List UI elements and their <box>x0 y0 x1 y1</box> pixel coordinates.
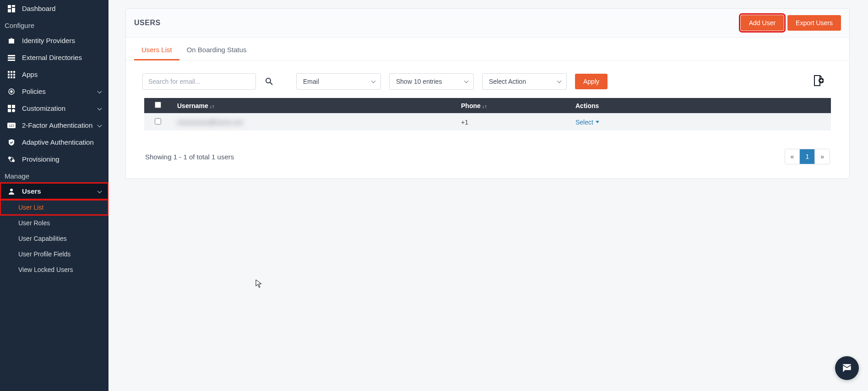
svg-rect-5 <box>8 57 15 59</box>
row-checkbox[interactable] <box>155 118 161 125</box>
col-phone-label: Phone <box>461 102 481 109</box>
sidebar-item-label: Policies <box>22 87 46 95</box>
cell-username: xxxxxxxxxx@xxxxx.xxx <box>177 119 243 126</box>
sidebar-item-label: Adaptive Authentication <box>22 138 94 146</box>
svg-rect-11 <box>11 74 12 76</box>
add-user-button[interactable]: Add User <box>741 15 784 31</box>
sidebar-item-label: Apps <box>22 71 38 78</box>
sort-icon: ↓↑ <box>482 103 487 109</box>
select-field-label: Email <box>303 78 319 85</box>
briefcase-icon <box>6 37 16 44</box>
col-username[interactable]: Username↓↑ <box>172 98 456 114</box>
tab-onboarding-status[interactable]: On Boarding Status <box>179 38 254 60</box>
chat-fab[interactable] <box>835 356 859 380</box>
sidebar-item-label: External Directories <box>22 54 82 61</box>
page-next[interactable]: » <box>815 149 830 164</box>
sidebar-item-identity-providers[interactable]: Identity Providers <box>0 32 108 49</box>
svg-point-26 <box>10 189 13 191</box>
col-checkbox <box>144 98 172 114</box>
header-actions: Add User Export Users <box>741 15 841 31</box>
svg-rect-9 <box>13 71 15 73</box>
select-entries-label: Show 10 entries <box>396 78 442 85</box>
cursor-icon <box>255 279 262 288</box>
svg-rect-14 <box>11 76 12 78</box>
sort-icon: ↓↑ <box>210 103 215 109</box>
svg-rect-15 <box>13 76 15 78</box>
svg-rect-0 <box>8 5 11 8</box>
svg-point-21 <box>12 109 15 112</box>
page-title: USERS <box>134 19 161 27</box>
mail-icon <box>841 362 853 374</box>
svg-point-17 <box>11 91 12 92</box>
col-actions: Actions <box>570 98 831 114</box>
tab-users-list[interactable]: Users List <box>134 38 179 60</box>
search-icon[interactable] <box>264 76 274 87</box>
sidebar-item-2fa[interactable]: 123 2-Factor Authentication <box>0 117 108 134</box>
row-action-label: Select <box>575 119 593 126</box>
sidebar-item-policies[interactable]: Policies <box>0 83 108 100</box>
sidebar-item-label: Customization <box>22 104 65 112</box>
svg-rect-13 <box>8 76 10 78</box>
users-card: USERS Add User Export Users Users List O… <box>125 8 850 179</box>
col-phone[interactable]: Phone↓↑ <box>456 98 570 114</box>
apply-button[interactable]: Apply <box>575 74 608 89</box>
svg-rect-18 <box>8 105 11 108</box>
puzzle-icon <box>6 105 16 112</box>
svg-rect-19 <box>12 105 15 108</box>
svg-rect-10 <box>8 74 10 76</box>
sidebar-item-customization[interactable]: Customization <box>0 100 108 117</box>
controls-row: Email Show 10 entries Select Action Appl… <box>126 60 849 98</box>
sidebar-item-dashboard[interactable]: Dashboard <box>0 0 108 17</box>
shield-check-icon <box>6 139 16 146</box>
search-input[interactable] <box>142 73 256 90</box>
svg-point-27 <box>266 78 271 83</box>
page-prev[interactable]: « <box>785 149 800 164</box>
svg-rect-1 <box>12 5 15 7</box>
add-file-icon[interactable] <box>813 75 824 88</box>
sidebar-sub-user-list[interactable]: User List <box>0 200 108 215</box>
sidebar-item-label: 2-Factor Authentication <box>22 121 92 129</box>
sidebar-item-provisioning[interactable]: Provisioning <box>0 151 108 168</box>
svg-rect-3 <box>8 9 11 12</box>
svg-line-28 <box>270 82 272 85</box>
select-all-checkbox[interactable] <box>155 102 161 108</box>
select-action[interactable]: Select Action <box>482 73 567 90</box>
svg-rect-6 <box>8 60 15 61</box>
target-icon <box>6 88 16 95</box>
svg-rect-2 <box>12 8 15 12</box>
svg-text:123: 123 <box>9 124 14 127</box>
sync-users-icon <box>6 156 16 163</box>
pagination: « 1 » <box>785 149 830 164</box>
sidebar-section-configure: Configure <box>0 17 108 32</box>
table-footer: Showing 1 - 1 of total 1 users « 1 » <box>126 140 849 178</box>
sidebar-item-users[interactable]: Users <box>0 183 108 200</box>
select-entries[interactable]: Show 10 entries <box>389 73 474 90</box>
sidebar-sub-user-capabilities[interactable]: User Capabilities <box>0 231 108 246</box>
sidebar-sub-user-profile-fields[interactable]: User Profile Fields <box>0 246 108 262</box>
main-content: USERS Add User Export Users Users List O… <box>110 0 868 391</box>
col-actions-label: Actions <box>575 102 599 109</box>
sidebar-item-apps[interactable]: Apps <box>0 66 108 83</box>
user-icon <box>6 188 16 195</box>
grid-icon <box>6 71 16 78</box>
page-1[interactable]: 1 <box>800 149 815 164</box>
users-table-wrap: Username↓↑ Phone↓↑ Actions xxxxxxxxxx@xx… <box>126 98 849 140</box>
sidebar-item-external-directories[interactable]: External Directories <box>0 49 108 66</box>
table-row: xxxxxxxxxx@xxxxx.xxx +1 Select <box>144 114 831 131</box>
sidebar-sub-view-locked-users[interactable]: View Locked Users <box>0 262 108 277</box>
caret-down-icon <box>596 121 599 123</box>
list-icon <box>6 54 16 61</box>
svg-rect-4 <box>8 55 15 56</box>
sidebar-item-label: Identity Providers <box>22 37 75 44</box>
cell-phone: +1 <box>461 119 468 126</box>
select-field[interactable]: Email <box>296 73 381 90</box>
svg-rect-7 <box>8 71 10 73</box>
select-action-label: Select Action <box>489 78 526 85</box>
users-table: Username↓↑ Phone↓↑ Actions xxxxxxxxxx@xx… <box>144 98 831 130</box>
sidebar-sub-user-roles[interactable]: User Roles <box>0 215 108 231</box>
row-action-select[interactable]: Select <box>575 119 599 126</box>
svg-rect-8 <box>11 71 12 73</box>
export-users-button[interactable]: Export Users <box>787 15 841 31</box>
svg-point-24 <box>8 157 11 159</box>
sidebar-item-adaptive-auth[interactable]: Adaptive Authentication <box>0 134 108 151</box>
